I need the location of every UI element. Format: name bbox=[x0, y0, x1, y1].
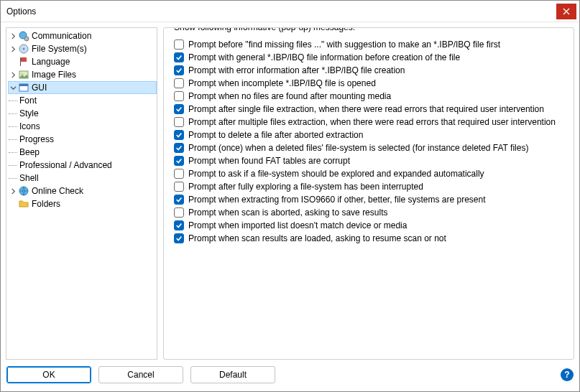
content-area: CommunicationFile System(s)LanguageImage… bbox=[1, 22, 579, 363]
svg-rect-5 bbox=[21, 57, 27, 62]
checkbox-row[interactable]: Prompt when extracting from ISO9660 if o… bbox=[174, 195, 568, 205]
tree-item-label: GUI bbox=[32, 83, 47, 93]
button-bar: OK Cancel Default ? bbox=[1, 363, 579, 391]
tree-subitem-label: Professional / Advanced bbox=[19, 160, 112, 170]
titlebar: Options bbox=[1, 1, 579, 22]
checkbox-row[interactable]: Prompt with general *.IBP/IBQ file infor… bbox=[174, 52, 568, 62]
checkbox-label: Prompt after fully exploring a file-syst… bbox=[188, 182, 423, 192]
ok-button[interactable]: OK bbox=[6, 366, 91, 383]
tree-subitem[interactable]: Style bbox=[8, 107, 157, 120]
tree-subitem-label: Progress bbox=[19, 134, 54, 144]
window-title: Options bbox=[6, 6, 36, 17]
tree-item-label: Folders bbox=[32, 199, 60, 209]
group-title: Show following informative (pop-up) mess… bbox=[171, 27, 358, 32]
tree-item-label: Image Files bbox=[32, 70, 76, 80]
checkbox-label: Prompt when extracting from ISO9660 if o… bbox=[188, 195, 486, 205]
checkbox[interactable] bbox=[174, 220, 184, 230]
help-button[interactable]: ? bbox=[561, 368, 574, 381]
checkbox[interactable] bbox=[174, 39, 184, 50]
tree-item[interactable]: Communication bbox=[8, 29, 157, 42]
checkbox-label: Prompt when scan is aborted, asking to s… bbox=[188, 207, 387, 218]
tree-subitem[interactable]: Progress bbox=[8, 133, 157, 146]
tree-subitem[interactable]: Beep bbox=[8, 146, 157, 159]
tree-subitem-label: Icons bbox=[19, 121, 40, 131]
checkbox-list: Prompt before "find missing files ..." w… bbox=[174, 39, 568, 243]
checkbox-row[interactable]: Prompt when scan results are loaded, ask… bbox=[174, 233, 568, 243]
checkbox-row[interactable]: Prompt when found FAT tables are corrupt bbox=[174, 156, 568, 166]
checkbox-row[interactable]: Prompt after fully exploring a file-syst… bbox=[174, 182, 568, 192]
checkbox[interactable] bbox=[174, 130, 184, 140]
checkbox-row[interactable]: Prompt after multiple files extraction, … bbox=[174, 117, 568, 127]
checkbox[interactable] bbox=[174, 156, 184, 166]
checkbox[interactable] bbox=[174, 65, 184, 75]
tree-subitem[interactable]: Shell bbox=[8, 172, 157, 185]
checkbox-label: Prompt when incomplete *.IBP/IBQ file is… bbox=[188, 78, 376, 88]
tree-item[interactable]: Image Files bbox=[8, 68, 157, 81]
checkbox[interactable] bbox=[174, 233, 184, 243]
tree-item-label: Online Check bbox=[32, 186, 83, 196]
close-icon bbox=[563, 8, 570, 15]
checkbox[interactable] bbox=[174, 207, 184, 218]
checkbox-label: Prompt when scan results are loaded, ask… bbox=[188, 233, 446, 243]
tree-subitem[interactable]: Icons bbox=[8, 120, 157, 133]
chevron-down-icon[interactable] bbox=[8, 83, 18, 93]
chevron-right-icon[interactable] bbox=[8, 70, 18, 80]
checkbox-label: Prompt when no files are found after mou… bbox=[188, 91, 391, 101]
checkbox[interactable] bbox=[174, 104, 184, 114]
tree-item[interactable]: Folders bbox=[8, 197, 157, 210]
chevron-right-icon[interactable] bbox=[8, 31, 18, 41]
chevron-right-icon[interactable] bbox=[8, 44, 18, 54]
tree-subitem-label: Style bbox=[19, 108, 39, 118]
checkbox-label: Prompt when found FAT tables are corrupt bbox=[188, 156, 350, 166]
checkbox-row[interactable]: Prompt with error information after *.IB… bbox=[174, 65, 568, 75]
tree-item[interactable]: Language bbox=[8, 55, 157, 68]
checkbox-label: Prompt after single file extraction, whe… bbox=[188, 104, 544, 114]
default-button[interactable]: Default bbox=[190, 366, 275, 383]
checkbox[interactable] bbox=[174, 117, 184, 127]
category-tree-panel[interactable]: CommunicationFile System(s)LanguageImage… bbox=[6, 27, 157, 360]
checkbox-label: Prompt before "find missing files ..." w… bbox=[188, 39, 500, 50]
checkbox-label: Prompt after multiple files extraction, … bbox=[188, 117, 556, 127]
checkbox-label: Prompt when imported list doesn't match … bbox=[188, 220, 407, 230]
checkbox-row[interactable]: Prompt after single file extraction, whe… bbox=[174, 104, 568, 114]
image-icon bbox=[18, 69, 29, 80]
checkbox[interactable] bbox=[174, 169, 184, 179]
category-tree[interactable]: CommunicationFile System(s)LanguageImage… bbox=[6, 29, 157, 210]
tree-subitem[interactable]: Professional / Advanced bbox=[8, 159, 157, 172]
tree-item[interactable]: GUI bbox=[8, 81, 157, 94]
checkbox-row[interactable]: Prompt when no files are found after mou… bbox=[174, 91, 568, 101]
tree-subitem-label: Font bbox=[19, 95, 37, 106]
close-button[interactable] bbox=[556, 4, 576, 19]
checkbox-row[interactable]: Prompt (once) when a deleted files' file… bbox=[174, 143, 568, 153]
checkbox[interactable] bbox=[174, 91, 184, 101]
popup-messages-group: Show following informative (pop-up) mess… bbox=[163, 27, 574, 360]
checkbox-row[interactable]: Prompt when imported list doesn't match … bbox=[174, 220, 568, 230]
checkbox-label: Prompt to ask if a file-system should be… bbox=[188, 169, 484, 179]
chevron-right-icon[interactable] bbox=[8, 186, 18, 196]
checkbox[interactable] bbox=[174, 182, 184, 192]
checkbox-label: Prompt (once) when a deleted files' file… bbox=[188, 143, 528, 153]
checkbox-label: Prompt with error information after *.IB… bbox=[188, 65, 405, 75]
checkbox-row[interactable]: Prompt before "find missing files ..." w… bbox=[174, 39, 568, 50]
checkbox[interactable] bbox=[174, 52, 184, 62]
tree-item[interactable]: File System(s) bbox=[8, 42, 157, 55]
checkbox-row[interactable]: Prompt to delete a file after aborted ex… bbox=[174, 130, 568, 140]
globe-gear-icon bbox=[18, 30, 29, 42]
checkbox-row[interactable]: Prompt when incomplete *.IBP/IBQ file is… bbox=[174, 78, 568, 88]
checkbox[interactable] bbox=[174, 143, 184, 153]
checkbox-row[interactable]: Prompt to ask if a file-system should be… bbox=[174, 169, 568, 179]
svg-rect-4 bbox=[20, 57, 21, 66]
cancel-button[interactable]: Cancel bbox=[98, 366, 183, 383]
disk-icon bbox=[18, 43, 29, 55]
svg-point-1 bbox=[24, 37, 29, 41]
tree-subitem[interactable]: Font bbox=[8, 94, 157, 107]
tree-item-label: Language bbox=[32, 57, 70, 67]
flag-icon bbox=[18, 56, 29, 67]
folder-icon bbox=[18, 198, 29, 210]
tree-item-label: Communication bbox=[32, 31, 91, 41]
checkbox[interactable] bbox=[174, 78, 184, 88]
checkbox-row[interactable]: Prompt when scan is aborted, asking to s… bbox=[174, 207, 568, 218]
window-icon bbox=[18, 82, 29, 93]
tree-item[interactable]: Online Check bbox=[8, 185, 157, 197]
checkbox[interactable] bbox=[174, 195, 184, 205]
